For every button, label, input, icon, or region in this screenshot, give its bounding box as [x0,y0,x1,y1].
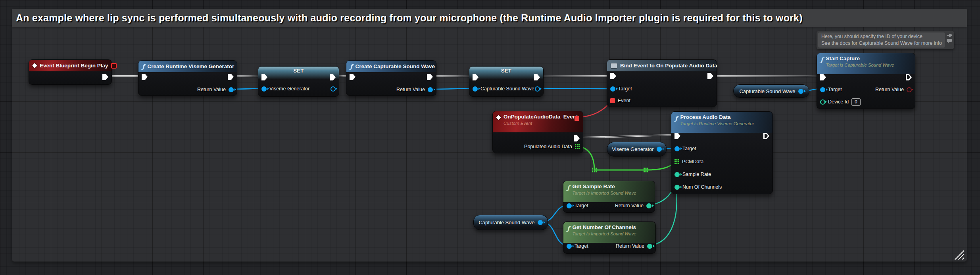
variable-out-pin[interactable] [538,220,543,225]
note-line-1: Here, you should specify the ID of your … [821,33,942,40]
node-set-capturable-sound-wave[interactable]: SET Capturable Sound Wave [469,66,544,97]
capturable-sound-wave-out-pin[interactable] [535,86,540,92]
node-header: ƒ Get Sample Rate Target is Imported Sou… [563,181,655,202]
pin-label: Event [618,98,630,103]
target-pin[interactable] [567,203,572,208]
pcmdata-pin[interactable] [674,159,679,164]
node-event-begin-play[interactable]: Event Blueprint Begin Play [29,59,112,85]
exec-out-pin[interactable] [763,133,769,139]
node-subtitle: Target is Runtime Viseme Generator [680,121,754,127]
exec-out-pin[interactable] [102,74,108,80]
pin-icon[interactable] [947,33,952,38]
device-id-comment-bubble[interactable]: Here, you should specify the ID of your … [817,31,954,49]
exec-out-pin[interactable] [330,74,336,80]
pin-label: PCMData [682,159,703,164]
viseme-generator-in-pin[interactable] [261,86,267,92]
node-get-number-of-channels[interactable]: ƒ Get Number Of Channels Target is Impor… [563,222,656,254]
viseme-generator-out-pin[interactable] [331,86,336,92]
node-process-audio-data[interactable]: ƒ Process Audio Data Target is Runtime V… [671,111,773,194]
getter-viseme-generator[interactable]: Viseme Generator [607,142,667,157]
exec-in-pin[interactable] [674,133,680,139]
return-value-pin[interactable] [907,87,912,92]
exec-out-pin[interactable] [707,73,713,79]
node-title: Create Capturable Sound Wave [355,63,435,69]
node-subtitle: Target is Imported Sound Wave [572,231,636,237]
node-subtitle: Target is Imported Sound Wave [572,190,636,197]
getter-capturable-sound-wave-top[interactable]: Capturable Sound Wave [733,84,809,98]
exec-out-pin[interactable] [228,74,234,80]
exec-in-pin[interactable] [350,74,355,80]
target-pin[interactable] [567,244,572,249]
node-header: OnPopulateAudioData_Event Custom Event [493,111,583,132]
num-of-channels-pin[interactable] [674,185,680,190]
event-delegate-pin[interactable] [610,98,615,103]
populated-audio-data-pin[interactable] [575,144,580,149]
function-icon: ƒ [675,115,677,122]
return-value-pin[interactable] [229,87,234,92]
function-icon: ƒ [821,56,823,63]
comment-bubble-icon[interactable] [947,39,952,43]
wire-set2-bindevent-target[interactable] [538,88,611,89]
getter-capturable-sound-wave-bottom[interactable]: Capturable Sound Wave [473,215,548,230]
pin-label: Sample Rate [682,172,711,177]
pin-label: Return Value [875,87,904,92]
return-value-pin[interactable] [647,244,652,249]
node-subtitle: Target is Capturable Sound Wave [826,62,894,69]
variable-label: Viseme Generator [612,146,653,152]
event-diamond-icon [496,115,502,121]
node-create-runtime-viseme-generator[interactable]: ƒ Create Runtime Viseme Generator Return… [138,60,237,96]
node-title: Get Sample Rate [572,183,636,190]
variable-label: Capturable Sound Wave [739,88,795,94]
target-pin[interactable] [610,86,615,92]
exec-out-pin[interactable] [427,74,433,80]
exec-out-pin[interactable] [574,135,580,141]
exec-out-pin[interactable] [906,74,912,80]
pin-label: Num Of Channels [682,184,722,190]
node-title: Bind Event to On Populate Audio Data [620,63,717,69]
node-header: ƒ Get Number Of Channels Target is Impor… [563,222,655,243]
node-header: ƒ Create Runtime Viseme Generator [138,61,237,72]
pin-label: Target [575,203,588,208]
node-create-capturable-sound-wave[interactable]: ƒ Create Capturable Sound Wave Return Va… [346,60,436,96]
pin-label: Capturable Sound Wave [480,86,534,92]
node-header: ƒ Create Capturable Sound Wave [346,61,436,72]
exec-out-pin[interactable] [534,74,540,80]
node-set-viseme-generator[interactable]: SET Viseme Generator [258,66,339,97]
node-custom-event[interactable]: OnPopulateAudioData_Event Custom Event P… [492,111,583,153]
node-bind-event[interactable]: Bind Event to On Populate Audio Data Tar… [607,59,717,107]
pin-label: Target [828,87,842,92]
pin-label: Device Id [828,99,849,105]
exec-in-pin[interactable] [473,74,478,80]
exec-in-pin[interactable] [610,73,616,79]
target-pin[interactable] [820,87,825,92]
function-icon: ƒ [567,225,569,232]
exec-in-pin[interactable] [820,74,826,80]
target-pin[interactable] [674,146,680,151]
sample-rate-pin[interactable] [674,172,680,177]
exec-in-pin[interactable] [142,74,148,80]
pin-label: Populated Audio Data [524,144,572,149]
capturable-sound-wave-in-pin[interactable] [473,86,478,92]
blueprint-canvas[interactable]: An example where lip sync is performed s… [0,0,980,275]
node-get-sample-rate[interactable]: ƒ Get Sample Rate Target is Imported Sou… [563,181,655,213]
function-icon: ƒ [350,63,352,70]
node-title: Create Runtime Viseme Generator [147,63,234,69]
variable-out-pin[interactable] [657,147,662,152]
delegate-out-pin[interactable] [575,116,579,121]
device-id-pin[interactable] [820,99,825,105]
variable-out-pin[interactable] [798,89,803,94]
node-header: Event Blueprint Begin Play [29,60,111,71]
variable-label: Capturable Sound Wave [478,220,534,225]
node-title: Event Blueprint Begin Play [40,63,108,69]
node-title: SET [469,68,543,74]
bind-event-icon [611,63,617,69]
node-title: Start Capture [826,55,894,62]
return-value-pin[interactable] [428,87,433,92]
return-value-pin[interactable] [646,203,651,208]
exec-in-pin[interactable] [261,74,267,80]
node-subtitle: Custom Event [503,120,578,127]
node-start-capture[interactable]: ƒ Start Capture Target is Capturable Sou… [817,53,915,109]
device-id-input[interactable]: 0 [851,98,861,106]
event-diamond-icon [32,63,38,69]
pin-label: Target [682,146,696,151]
